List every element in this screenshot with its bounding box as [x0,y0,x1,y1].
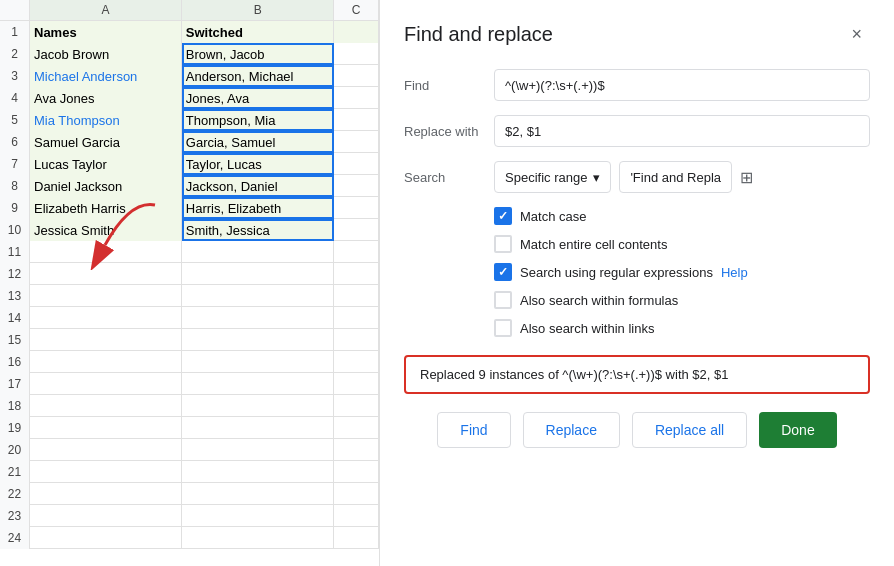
main-layout: A B C 1 Names Switched 2 Jacob Brown Bro… [0,0,894,566]
chevron-down-icon: ▾ [593,170,600,185]
table-row: 9 Elizabeth Harris Harris, Elizabeth [0,197,379,219]
row-num: 5 [0,109,30,131]
cell-c1[interactable] [334,21,379,43]
table-row: 24 [0,527,379,549]
match-case-wrapper: Match case [494,207,586,225]
col-header-b[interactable]: B [182,0,334,20]
table-row: 23 [0,505,379,527]
regex-wrapper: Search using regular expressions Help [494,263,748,281]
cell-a3[interactable]: Michael Anderson [30,65,182,87]
cell-a4[interactable]: Ava Jones [30,87,182,109]
row-num: 7 [0,153,30,175]
grid-icon[interactable]: ⊞ [740,168,753,187]
close-button[interactable]: × [843,20,870,49]
spreadsheet: A B C 1 Names Switched 2 Jacob Brown Bro… [0,0,380,566]
table-row: 12 [0,263,379,285]
table-row: 4 Ava Jones Jones, Ava [0,87,379,109]
regex-row: Search using regular expressions Help [404,263,870,281]
regex-label: Search using regular expressions [520,265,713,280]
table-row: 21 [0,461,379,483]
table-row: 8 Daniel Jackson Jackson, Daniel [0,175,379,197]
match-entire-checkbox[interactable] [494,235,512,253]
cell-a7[interactable]: Lucas Taylor [30,153,182,175]
match-entire-row: Match entire cell contents [404,235,870,253]
find-button[interactable]: Find [437,412,510,448]
find-input[interactable] [494,69,870,101]
table-row: 2 Jacob Brown Brown, Jacob [0,43,379,65]
action-buttons: Find Replace Replace all Done [404,412,870,448]
cell-b6[interactable]: Garcia, Samuel [182,131,334,153]
row-num: 4 [0,87,30,109]
formula-wrapper: Also search within formulas [494,291,678,309]
formula-row: Also search within formulas [404,291,870,309]
cell-a6[interactable]: Samuel Garcia [30,131,182,153]
row-num: 10 [0,219,30,241]
table-row: 3 Michael Anderson Anderson, Michael [0,65,379,87]
row-num-header [0,0,30,20]
replace-input[interactable] [494,115,870,147]
row-num: 2 [0,43,30,65]
col-header-c[interactable]: C [334,0,379,20]
cell-b2[interactable]: Brown, Jacob [182,43,334,65]
match-case-label: Match case [520,209,586,224]
cell-a8[interactable]: Daniel Jackson [30,175,182,197]
row-num: 3 [0,65,30,87]
cell-c5[interactable] [334,109,379,131]
links-wrapper: Also search within links [494,319,654,337]
cell-c7[interactable] [334,153,379,175]
cell-b10[interactable]: Smith, Jessica [182,219,334,241]
match-entire-label: Match entire cell contents [520,237,667,252]
cell-b7[interactable]: Taylor, Lucas [182,153,334,175]
table-row: 11 [0,241,379,263]
row-num: 9 [0,197,30,219]
find-row: Find [404,69,870,101]
table-row: 17 [0,373,379,395]
cell-a10[interactable]: Jessica Smith [30,219,182,241]
find-label: Find [404,78,494,93]
cell-c3[interactable] [334,65,379,87]
table-row: 18 [0,395,379,417]
done-button[interactable]: Done [759,412,836,448]
spreadsheet-rows: 1 Names Switched 2 Jacob Brown Brown, Ja… [0,21,379,549]
table-row: 10 Jessica Smith Smith, Jessica [0,219,379,241]
links-row: Also search within links [404,319,870,337]
cell-a2[interactable]: Jacob Brown [30,43,182,65]
regex-help-link[interactable]: Help [721,265,748,280]
cell-c10[interactable] [334,219,379,241]
cell-b5[interactable]: Thompson, Mia [182,109,334,131]
cell-b8[interactable]: Jackson, Daniel [182,175,334,197]
search-dropdown[interactable]: Specific range ▾ [494,161,611,193]
table-row: 20 [0,439,379,461]
table-row: 7 Lucas Taylor Taylor, Lucas [0,153,379,175]
cell-b4[interactable]: Jones, Ava [182,87,334,109]
match-case-checkbox[interactable] [494,207,512,225]
table-row: 22 [0,483,379,505]
find-replace-dialog: Find and replace × Find Replace with Sea… [380,0,894,566]
cell-c4[interactable] [334,87,379,109]
cell-b9[interactable]: Harris, Elizabeth [182,197,334,219]
replace-all-button[interactable]: Replace all [632,412,747,448]
table-row: 19 [0,417,379,439]
col-header-a[interactable]: A [30,0,182,20]
cell-b3[interactable]: Anderson, Michael [182,65,334,87]
table-row: 1 Names Switched [0,21,379,43]
table-row: 6 Samuel Garcia Garcia, Samuel [0,131,379,153]
cell-b1[interactable]: Switched [182,21,334,43]
formula-checkbox[interactable] [494,291,512,309]
cell-c8[interactable] [334,175,379,197]
cell-a5[interactable]: Mia Thompson [30,109,182,131]
replace-button[interactable]: Replace [523,412,620,448]
cell-a9[interactable]: Elizabeth Harris [30,197,182,219]
replace-label: Replace with [404,124,494,139]
range-value: 'Find and Repla [630,170,721,185]
cell-c6[interactable] [334,131,379,153]
table-row: 13 [0,285,379,307]
search-dropdown-label: Specific range [505,170,587,185]
regex-checkbox[interactable] [494,263,512,281]
row-num: 6 [0,131,30,153]
cell-c9[interactable] [334,197,379,219]
search-controls: Specific range ▾ 'Find and Repla ⊞ [494,161,753,193]
links-checkbox[interactable] [494,319,512,337]
cell-a1[interactable]: Names [30,21,182,43]
cell-c2[interactable] [334,43,379,65]
